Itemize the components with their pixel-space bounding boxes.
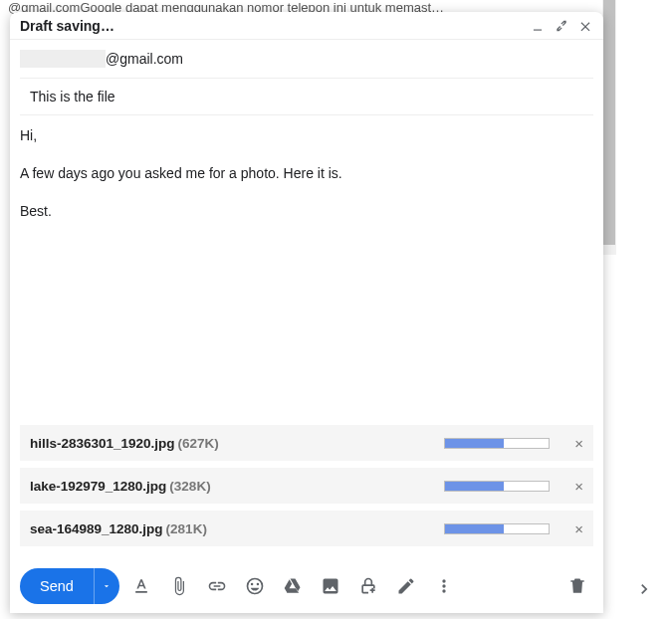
upload-progress-fill bbox=[445, 439, 504, 448]
send-button-group: Send bbox=[20, 568, 119, 604]
attachment-row[interactable]: hills-2836301_1920.jpg (627K) × bbox=[20, 425, 593, 461]
attachment-row[interactable]: lake-192979_1280.jpg (328K) × bbox=[20, 468, 593, 504]
side-panel bbox=[616, 0, 672, 619]
attachment-row[interactable]: sea-164989_1280.jpg (281K) × bbox=[20, 511, 593, 546]
body-line: A few days ago you asked me for a photo.… bbox=[20, 165, 593, 181]
image-icon[interactable] bbox=[315, 570, 346, 602]
remove-attachment-icon[interactable]: × bbox=[574, 436, 583, 451]
window-controls bbox=[530, 18, 593, 34]
discard-icon[interactable] bbox=[561, 570, 593, 602]
signature-icon[interactable] bbox=[390, 570, 422, 602]
formatting-icon[interactable] bbox=[125, 570, 157, 602]
send-options-button[interactable] bbox=[94, 568, 119, 604]
background-mail-row: @gmail.comGoogle dapat menggunakan nomor… bbox=[0, 0, 672, 12]
compose-header: Draft saving… bbox=[10, 12, 603, 40]
upload-progress bbox=[444, 481, 550, 492]
subject-text: This is the file bbox=[30, 89, 115, 104]
attachment-name: hills-2836301_1920.jpg bbox=[30, 436, 175, 451]
remove-attachment-icon[interactable]: × bbox=[574, 479, 583, 494]
chevron-right-icon[interactable] bbox=[634, 579, 654, 599]
upload-progress-fill bbox=[445, 524, 504, 533]
attachment-name: lake-192979_1280.jpg bbox=[30, 479, 166, 494]
upload-progress bbox=[444, 438, 550, 449]
attach-icon[interactable] bbox=[163, 570, 195, 602]
link-icon[interactable] bbox=[201, 570, 233, 602]
message-body[interactable]: Hi, A few days ago you asked me for a ph… bbox=[10, 115, 603, 425]
compose-window: Draft saving… @gmail.com This is the fil… bbox=[10, 12, 603, 613]
send-button[interactable]: Send bbox=[20, 568, 94, 604]
drive-icon[interactable] bbox=[277, 570, 309, 602]
upload-progress bbox=[444, 523, 550, 534]
recipient-suffix: @gmail.com bbox=[106, 51, 183, 67]
subject-field[interactable]: This is the file bbox=[20, 78, 593, 115]
more-icon[interactable] bbox=[428, 570, 460, 602]
scrollbar-thumb[interactable] bbox=[603, 0, 615, 245]
redacted-address-prefix bbox=[20, 50, 106, 68]
close-icon[interactable] bbox=[577, 18, 593, 34]
compose-title: Draft saving… bbox=[20, 18, 114, 34]
attachment-size: (328K) bbox=[169, 479, 210, 494]
recipients-field[interactable]: @gmail.com bbox=[10, 40, 603, 78]
body-line: Hi, bbox=[20, 127, 593, 143]
upload-progress-fill bbox=[445, 482, 504, 491]
body-line: Best. bbox=[20, 203, 593, 219]
confidential-icon[interactable] bbox=[352, 570, 384, 602]
attachments-list: hills-2836301_1920.jpg (627K) × lake-192… bbox=[10, 425, 603, 559]
remove-attachment-icon[interactable]: × bbox=[574, 521, 583, 536]
emoji-icon[interactable] bbox=[239, 570, 271, 602]
attachment-name: sea-164989_1280.jpg bbox=[30, 521, 163, 536]
scrollbar-track[interactable] bbox=[602, 0, 616, 255]
minimize-icon[interactable] bbox=[530, 18, 546, 34]
attachment-size: (281K) bbox=[166, 521, 207, 536]
bg-left-text: @gmail.comGoogle dapat menggunakan nomor… bbox=[8, 0, 444, 12]
compose-toolbar: Send bbox=[10, 559, 603, 613]
fullscreen-icon[interactable] bbox=[554, 18, 569, 34]
attachment-size: (627K) bbox=[178, 436, 219, 451]
